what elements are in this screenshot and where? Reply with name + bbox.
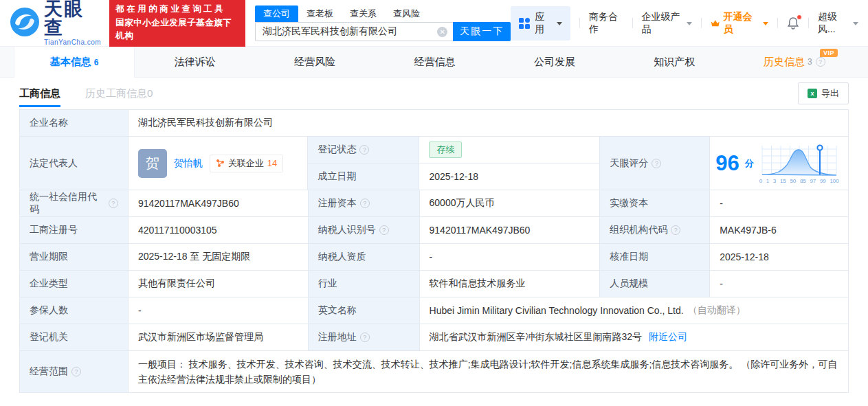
excel-icon: x bbox=[808, 89, 817, 98]
apps-grid-icon bbox=[519, 18, 530, 29]
tab-legal-litigation[interactable]: 法律诉讼 bbox=[135, 47, 254, 77]
nav-open-vip[interactable]: 开通会员 bbox=[711, 11, 768, 36]
business-term-value: 2025-12-18 至 无固定期限 bbox=[129, 244, 309, 271]
field-label: 营业期限 bbox=[20, 244, 129, 271]
approval-date-value: 2025-12-18 bbox=[710, 244, 849, 271]
help-icon: ? bbox=[71, 367, 81, 376]
tab-count: 6 bbox=[94, 58, 99, 67]
related-companies-badge[interactable]: 关联企业 14 bbox=[210, 155, 283, 172]
status-badge: 存续 bbox=[429, 142, 462, 158]
company-name-value: 湖北济民军民科技创新有限公司 bbox=[129, 110, 849, 137]
table-row: 登记机关 武汉市新洲区市场监督管理局 注册地址? 湖北省武汉市新洲区辛冲街东城社… bbox=[20, 324, 849, 351]
help-icon: ? bbox=[360, 199, 370, 208]
clear-search-icon[interactable]: ✕ bbox=[437, 27, 447, 37]
apps-menu[interactable]: 应用 bbox=[511, 6, 570, 41]
help-icon: ? bbox=[360, 332, 370, 342]
vip-badge: VIP bbox=[820, 49, 838, 57]
field-label-group: 经营范围? bbox=[20, 351, 129, 393]
tab-intellectual-property[interactable]: 知识产权 bbox=[614, 47, 734, 77]
field-label-group: 统一社会信用代码? bbox=[20, 190, 129, 217]
search-button[interactable]: 天眼一下 bbox=[453, 22, 511, 41]
top-bar: 天眼查 TianYanCha.com 都在用的商业查询工具 国家中小企业发展子基… bbox=[0, 0, 868, 46]
credit-code-value: 91420117MAK497JB60 bbox=[129, 190, 309, 217]
field-label-group: 天眼评分 ? bbox=[600, 137, 710, 190]
establish-date-value: 2025-12-18 bbox=[419, 163, 600, 190]
auto-translate-note: （自动翻译） bbox=[688, 304, 746, 317]
nav-user-menu[interactable]: 超级风... bbox=[818, 11, 858, 36]
sub-tabs: 工商信息 历史工商信息0 x 导出 bbox=[0, 78, 868, 109]
taxpayer-quality-value: - bbox=[420, 244, 601, 271]
tab-count: 3 bbox=[808, 57, 812, 67]
help-icon: ? bbox=[652, 159, 661, 168]
apps-label: 应用 bbox=[535, 11, 548, 36]
tab-business-info[interactable]: 经营信息 bbox=[375, 47, 494, 77]
search-tab-risk[interactable]: 查风险 bbox=[385, 5, 428, 22]
legal-rep-link[interactable]: 贺怡帆 bbox=[174, 157, 203, 170]
tianyan-score-cell[interactable]: 96分 01315508 bbox=[710, 137, 849, 190]
tab-company-development[interactable]: 公司发展 bbox=[495, 47, 614, 77]
english-name-cell: Hubei Jimin Military Civilian Technology… bbox=[420, 297, 849, 324]
search-tab-boss[interactable]: 查老板 bbox=[298, 5, 342, 22]
score-axis-ticks: 0131550859799100 bbox=[759, 178, 839, 184]
insured-count-value: - bbox=[129, 297, 309, 324]
field-label: 参保人数 bbox=[20, 297, 129, 324]
tab-history-info[interactable]: VIP 历史信息 3 ? bbox=[735, 47, 854, 77]
field-label: 人员规模 bbox=[600, 271, 710, 297]
section-tabs: 基本信息 6 法律诉讼 经营风险 经营信息 公司发展 知识产权 VIP 历史信息… bbox=[0, 46, 868, 78]
logo-title: 天眼查 bbox=[44, 0, 101, 37]
reg-capital-value: 60000万人民币 bbox=[420, 190, 601, 217]
crown-icon bbox=[711, 19, 720, 28]
score-unit: 分 bbox=[745, 157, 754, 170]
field-label: 英文名称 bbox=[309, 297, 420, 324]
reg-status-cell: 存续 bbox=[419, 137, 600, 163]
org-code-value: MAK497JB-6 bbox=[710, 217, 849, 244]
field-label: 核准日期 bbox=[600, 244, 710, 271]
paid-capital-value: - bbox=[710, 190, 849, 217]
divider bbox=[701, 18, 702, 28]
table-row: 法定代表人 贺 贺怡帆 关联企业 14 登记状态 ? 存 bbox=[20, 137, 849, 190]
help-icon: ? bbox=[109, 199, 118, 208]
help-icon: ? bbox=[379, 225, 389, 235]
export-button[interactable]: x 导出 bbox=[798, 82, 849, 104]
subtab-history-registration-info[interactable]: 历史工商信息0 bbox=[85, 87, 153, 100]
brand-slogan: 都在用的商业查询工具 国家中小企业发展子基金旗下机构 bbox=[109, 0, 245, 47]
field-label: 企业名称 bbox=[20, 110, 129, 137]
notification-bell-icon[interactable] bbox=[787, 16, 799, 30]
top-nav: 应用 商务合作 企业级产品 开通会员 超级风... bbox=[511, 6, 858, 41]
help-icon: ? bbox=[816, 57, 825, 67]
nearby-companies-link[interactable]: 附近公司 bbox=[649, 331, 687, 343]
field-label-group: 组织机构代码? bbox=[600, 217, 710, 244]
tianyancha-logo[interactable]: 天眼查 TianYanCha.com bbox=[10, 0, 101, 46]
company-info-table: 企业名称 湖北济民军民科技创新有限公司 法定代表人 贺 贺怡帆 关联企业 14 … bbox=[19, 109, 849, 393]
logo-icon bbox=[10, 7, 40, 40]
tab-operation-risk[interactable]: 经营风险 bbox=[255, 47, 375, 77]
subtab-registration-info[interactable]: 工商信息 bbox=[19, 87, 60, 107]
tab-basic-info[interactable]: 基本信息 6 bbox=[14, 47, 135, 78]
chevron-down-icon bbox=[557, 22, 562, 28]
nav-enterprise[interactable]: 企业级产品 bbox=[642, 11, 693, 36]
industry-value: 软件和信息技术服务业 bbox=[420, 271, 601, 297]
field-label-group: 注册资本? bbox=[309, 190, 420, 217]
field-label: 工商注册号 bbox=[20, 217, 129, 244]
chevron-down-icon bbox=[687, 22, 692, 28]
nav-cooperation[interactable]: 商务合作 bbox=[589, 11, 623, 36]
divider bbox=[808, 18, 809, 28]
help-icon: ? bbox=[359, 145, 369, 155]
table-row: 企业类型 其他有限责任公司 行业 软件和信息技术服务业 人员规模 - bbox=[20, 271, 849, 297]
table-row: 工商注册号 420117110003105 纳税人识别号? 91420117MA… bbox=[20, 217, 849, 244]
reg-authority-value: 武汉市新洲区市场监督管理局 bbox=[129, 324, 309, 351]
chevron-down-icon bbox=[853, 22, 858, 28]
search-input[interactable] bbox=[255, 22, 453, 41]
reg-address-cell: 湖北省武汉市新洲区辛冲街东城社区里闹南路32号 附近公司 bbox=[420, 324, 849, 351]
relation-graph-icon bbox=[216, 159, 225, 168]
avatar[interactable]: 贺 bbox=[138, 149, 167, 178]
search-tab-company[interactable]: 查公司 bbox=[255, 5, 298, 22]
status-date-subtable: 登记状态 ? 存续 成立日期 2025-12-18 bbox=[308, 137, 600, 190]
logo-domain: TianYanCha.com bbox=[44, 39, 101, 46]
score-value: 96 bbox=[715, 153, 739, 174]
table-row: 统一社会信用代码? 91420117MAK497JB60 注册资本? 60000… bbox=[20, 190, 849, 217]
taxpayer-id-value: 91420117MAK497JB60 bbox=[420, 217, 601, 244]
field-label-group: 登记状态 ? bbox=[308, 137, 419, 163]
chevron-down-icon bbox=[763, 22, 768, 28]
search-tab-relation[interactable]: 查关系 bbox=[342, 5, 385, 22]
